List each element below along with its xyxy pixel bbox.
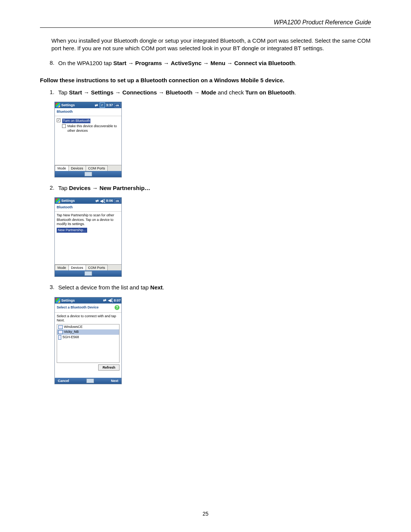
new-partnership-item[interactable]: New Partnership...: [57, 228, 87, 233]
wm-screenshot-devices: Settings ⇄ ◀ξ 8:06 ok Bluetooth Tap New …: [54, 197, 122, 277]
wm-subtitle: Bluetooth: [55, 108, 121, 116]
keyboard-icon[interactable]: [86, 379, 94, 383]
turn-on-bt-label: Turn on Bluetooth: [62, 118, 119, 123]
signal-icon: Г: [100, 102, 105, 108]
page-number: 25: [0, 511, 411, 517]
wm-bottombar: [55, 171, 121, 177]
device-list[interactable]: WindowsCEVicky_NBSGH-E568: [57, 324, 119, 363]
wm-tab-mode[interactable]: Mode: [55, 265, 69, 270]
wm-body: Turn on Bluetooth Make this device disco…: [55, 116, 121, 165]
wm-tab-com-ports[interactable]: COM Ports: [86, 165, 108, 171]
intro-paragraph: When you installed your Bluetooth dongle…: [51, 37, 371, 53]
keyboard-icon[interactable]: [84, 172, 92, 176]
wm-desc: Tap New Partnership to scan for other Bl…: [57, 213, 119, 226]
wm-tab-devices[interactable]: Devices: [68, 265, 86, 270]
step-2: 2. Tap Devices → New Partnership…: [44, 184, 371, 192]
volume-icon: ◀ξ: [108, 298, 113, 303]
wm-tab-devices[interactable]: Devices: [68, 165, 86, 171]
start-flag-icon: [56, 103, 60, 107]
step-body: Select a device from the list and tap Ne…: [58, 284, 371, 291]
wm-tabs: ModeDevicesCOM Ports: [55, 264, 121, 270]
sync-icon: ⇄: [95, 198, 99, 203]
step-body: On the WPA1200 tap Start → Programs → Ac…: [58, 59, 371, 67]
sync-icon: ⇄: [94, 103, 99, 107]
keyboard-icon[interactable]: [84, 271, 92, 276]
step-8: 8. On the WPA1200 tap Start → Programs →…: [44, 59, 371, 67]
wm-tab-com-ports[interactable]: COM Ports: [86, 265, 108, 270]
wm-subtitle: Select a Bluetooth Device ?: [55, 304, 121, 313]
wm-body: Select a device to connect with and tap …: [55, 313, 121, 378]
wm-titlebar: Settings ⇄ ◀ξ 8:06 ok: [55, 198, 121, 204]
wm-titlebar: Settings ⇄ Г 3:37 ok: [55, 102, 121, 108]
ok-button[interactable]: ok: [114, 199, 121, 203]
step-1: 1. Tap Start → Settings → Connections → …: [44, 89, 371, 96]
turn-on-bt-checkbox[interactable]: [57, 118, 61, 122]
wm-tabs: ModeDevicesCOM Ports: [55, 165, 121, 171]
device-item[interactable]: SGH-E568: [57, 335, 119, 340]
volume-icon: ◀ξ: [100, 198, 105, 203]
discoverable-checkbox[interactable]: [62, 124, 66, 128]
step-body: Tap Start → Settings → Connections → Blu…: [58, 89, 371, 96]
wm-tab-mode[interactable]: Mode: [55, 165, 69, 171]
page-header: WPA1200 Product Reference Guide: [40, 19, 371, 28]
device-item[interactable]: WindowsCE: [57, 324, 119, 329]
wm-body: Tap New Partnership to scan for other Bl…: [55, 212, 121, 264]
sync-icon: ⇄: [102, 298, 107, 303]
ok-button[interactable]: ok: [114, 103, 121, 107]
wm-bottombar: Cancel Next: [55, 378, 121, 384]
help-icon[interactable]: ?: [115, 305, 119, 310]
discoverable-label: Make this device discoverable to other d…: [67, 124, 119, 133]
refresh-button[interactable]: Refresh: [98, 364, 119, 371]
cancel-button[interactable]: Cancel: [58, 379, 69, 383]
wm-desc: Select a device to connect with and tap …: [57, 314, 119, 323]
device-name: WindowsCE: [64, 325, 83, 329]
device-name: Vicky_NB: [64, 330, 79, 334]
step-body: Tap Devices → New Partnership…: [58, 184, 371, 192]
wm-screenshot-mode: Settings ⇄ Г 3:37 ok Bluetooth Turn on B…: [54, 102, 122, 177]
step-num: 2.: [44, 184, 58, 192]
wm-title: Settings: [61, 199, 94, 203]
step-num: 3.: [44, 284, 58, 291]
wm-title: Settings: [61, 103, 93, 107]
wm-subtitle: Bluetooth: [55, 204, 121, 212]
step-num: 1.: [44, 89, 58, 96]
wm-screenshot-select-device: Settings ⇄ ◀ξ 8:07 Select a Bluetooth De…: [54, 297, 122, 384]
wm-time: 8:07: [114, 299, 121, 302]
device-name: SGH-E568: [62, 335, 79, 339]
step-num: 8.: [44, 59, 58, 67]
phone-icon: [58, 335, 61, 340]
section-title: Follow these instructions to set up a Bl…: [40, 77, 371, 83]
wm-time: 8:06: [106, 199, 113, 203]
next-button[interactable]: Next: [111, 379, 118, 383]
wm-time: 3:37: [106, 103, 113, 107]
wm-titlebar: Settings ⇄ ◀ξ 8:07: [55, 297, 121, 304]
step-3: 3. Select a device from the list and tap…: [44, 284, 371, 291]
wm-bottombar: [55, 270, 121, 276]
start-flag-icon: [56, 198, 60, 203]
computer-icon: [58, 330, 63, 334]
computer-icon: [58, 325, 63, 329]
start-flag-icon: [56, 298, 60, 303]
device-item[interactable]: Vicky_NB: [57, 329, 119, 334]
wm-title: Settings: [61, 299, 101, 302]
